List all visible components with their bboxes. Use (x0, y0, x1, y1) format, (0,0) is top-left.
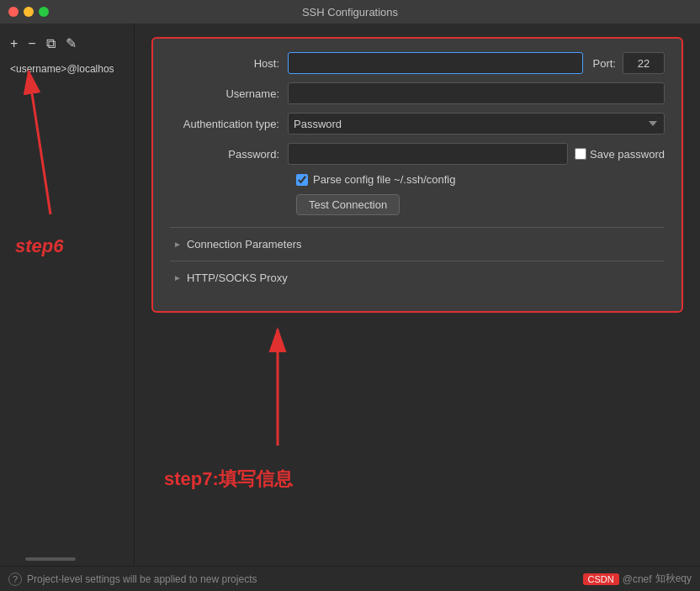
step6-annotation: step6 (15, 235, 63, 257)
bottom-right: CSDN @cnef 知秋eqy (583, 572, 692, 586)
auth-type-label: Authentication type: (170, 118, 288, 130)
chevron-right-proxy-icon: ► (173, 273, 182, 282)
csdn-badge: CSDN (583, 573, 619, 585)
sidebar: + − ⧉ ✎ <username>@localhos (0, 24, 135, 566)
password-label: Password: (170, 148, 288, 161)
save-password-checkbox[interactable] (575, 148, 586, 160)
minimize-button[interactable] (24, 7, 34, 17)
connection-params-header[interactable]: ► Connection Parameters (170, 236, 665, 252)
connection-params-label: Connection Parameters (187, 238, 302, 251)
save-password-label: Save password (590, 148, 665, 161)
save-password-group: Save password (575, 148, 665, 161)
window-title: SSH Configurations (302, 6, 398, 18)
http-proxy-header[interactable]: ► HTTP/SOCKS Proxy (170, 270, 665, 286)
main-layout: + − ⧉ ✎ <username>@localhos Host: Port: … (0, 24, 700, 566)
copy-button[interactable]: ⧉ (43, 34, 59, 53)
window-controls (8, 7, 49, 17)
password-row: Password: Save password (170, 143, 665, 165)
close-button[interactable] (8, 7, 19, 17)
http-proxy-label: HTTP/SOCKS Proxy (187, 272, 288, 284)
host-input-group: Port: (288, 52, 665, 74)
test-connection-row: Test Connection (296, 194, 665, 215)
ssh-dialog: Host: Port: Username: Authentication typ… (151, 37, 683, 313)
connection-params-section: ► Connection Parameters (170, 227, 665, 261)
host-row: Host: Port: (170, 52, 665, 74)
password-input-group: Save password (288, 143, 665, 165)
username-row: Username: (170, 82, 665, 104)
remove-button[interactable]: − (24, 34, 39, 53)
title-bar: SSH Configurations (0, 0, 700, 24)
host-input[interactable] (288, 52, 583, 74)
bottom-bar: ? Project-level settings will be applied… (0, 566, 700, 591)
auth-type-select[interactable]: Password Key pair OpenSSH config and aut… (288, 113, 665, 135)
sidebar-toolbar: + − ⧉ ✎ (0, 30, 134, 60)
sidebar-item-connection[interactable]: <username>@localhos (0, 60, 134, 78)
username-input[interactable] (288, 82, 665, 104)
scrollbar[interactable] (25, 557, 76, 561)
port-input[interactable] (623, 52, 665, 74)
add-button[interactable]: + (7, 34, 21, 53)
bottom-left: ? Project-level settings will be applied… (8, 573, 257, 586)
port-label: Port: (593, 57, 616, 70)
edit-button[interactable]: ✎ (62, 34, 80, 53)
step7-annotation: step7:填写信息 (164, 467, 293, 492)
user-badge: @cnef (623, 573, 652, 585)
password-input[interactable] (288, 143, 568, 165)
test-connection-button[interactable]: Test Connection (296, 194, 400, 215)
chevron-right-icon: ► (173, 240, 182, 249)
parse-config-label: Parse config file ~/.ssh/config (313, 173, 455, 186)
username-badge: 知秋eqy (655, 572, 692, 586)
username-label: Username: (170, 87, 288, 100)
maximize-button[interactable] (39, 7, 49, 17)
status-text: Project-level settings will be applied t… (27, 573, 257, 585)
host-label: Host: (170, 57, 288, 70)
auth-type-row: Authentication type: Password Key pair O… (170, 113, 665, 135)
help-icon[interactable]: ? (8, 573, 22, 586)
parse-config-checkbox[interactable] (296, 174, 308, 186)
parse-config-row: Parse config file ~/.ssh/config (296, 173, 665, 186)
http-proxy-section: ► HTTP/SOCKS Proxy (170, 261, 665, 294)
